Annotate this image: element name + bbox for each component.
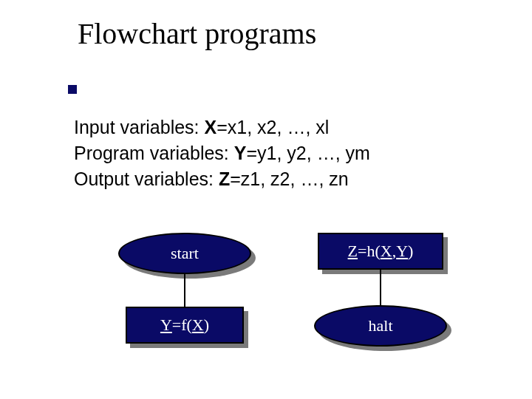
text: Input variables: [74, 117, 205, 137]
text: =x1, x2, …, xl [216, 117, 329, 137]
assign-z-node: Z=h(X,Y) [318, 233, 443, 270]
text: =z1, z2, …, zn [230, 168, 349, 189]
text-bold: Y [234, 143, 247, 163]
text: Output variables: [74, 168, 219, 189]
program-vars-line: Program variables: Y=y1, y2, …, ym [74, 140, 370, 166]
page-title: Flowchart programs [78, 16, 316, 51]
halt-node: halt [314, 305, 447, 347]
text: =f( [172, 316, 192, 334]
text-underline: Z [348, 242, 358, 260]
text: ) [204, 316, 209, 334]
connector [184, 274, 185, 307]
node-shape: halt [314, 305, 447, 347]
node-shape: start [118, 233, 251, 274]
node-shape: Z=h(X,Y) [318, 233, 443, 270]
node-label: halt [369, 316, 393, 335]
connector [380, 270, 381, 305]
text: =y1, y2, …, ym [246, 143, 369, 163]
text: ) [408, 242, 413, 260]
text-underline: Y [160, 316, 172, 334]
assign-y-node: Y=f(X) [126, 307, 244, 344]
text: =h( [358, 242, 381, 260]
text-bold: X [205, 117, 217, 137]
node-label: Z=h(X,Y) [348, 242, 414, 261]
text-underline: X [192, 316, 204, 334]
body-text: Input variables: X=x1, x2, …, xl Program… [74, 115, 370, 192]
text: Program variables: [74, 143, 234, 163]
text-underline: X [381, 242, 392, 260]
text-underline: Y [396, 242, 408, 260]
output-vars-line: Output variables: Z=z1, z2, …, zn [74, 166, 370, 192]
node-label: start [171, 244, 199, 263]
node-label: Y=f(X) [160, 316, 209, 335]
title-accent-square [68, 85, 77, 94]
start-node: start [118, 233, 251, 274]
text-bold: Z [219, 168, 230, 189]
slide: Flowchart programs Input variables: X=x1… [0, 0, 532, 399]
input-vars-line: Input variables: X=x1, x2, …, xl [74, 115, 370, 140]
node-shape: Y=f(X) [126, 307, 244, 344]
